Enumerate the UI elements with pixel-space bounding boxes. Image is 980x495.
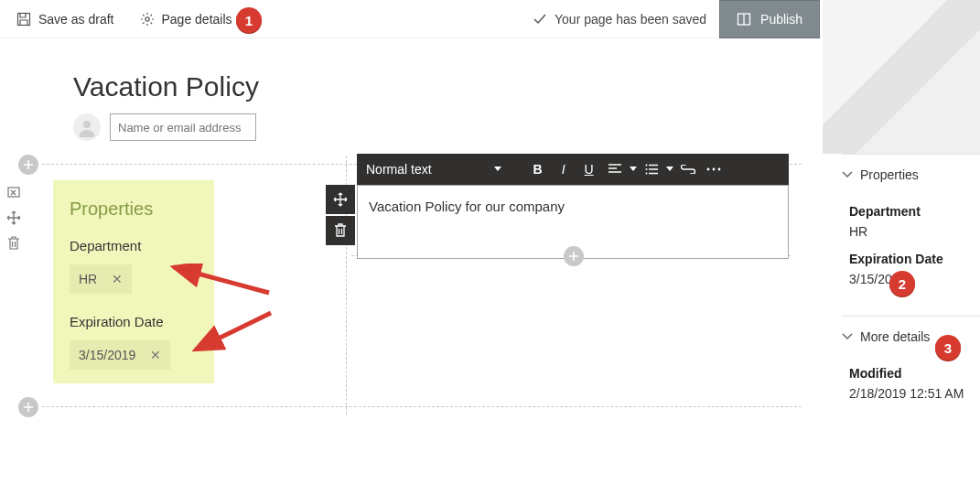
- svg-line-12: [196, 313, 271, 350]
- publish-button[interactable]: Publish: [719, 0, 820, 38]
- webpart-delete-handle[interactable]: [326, 216, 355, 245]
- page-thumbnail: [823, 0, 980, 154]
- page-details-button[interactable]: Page details: [124, 0, 242, 38]
- properties-webpart-heading: Properties: [70, 199, 198, 220]
- panel-modified-label: Modified: [849, 366, 980, 381]
- more-button[interactable]: [701, 156, 727, 182]
- add-section-button[interactable]: [18, 155, 38, 175]
- publish-label: Publish: [760, 12, 802, 27]
- department-label: Department: [70, 238, 198, 253]
- webpart-tool-rail: [0, 179, 27, 256]
- annotation-callout-3: 3: [935, 335, 961, 360]
- expiration-date-value: 3/15/2019: [79, 348, 135, 362]
- saved-status-label: Your page has been saved: [555, 12, 706, 27]
- svg-point-6: [645, 168, 647, 170]
- link-button[interactable]: [675, 156, 701, 182]
- saved-status: Your page has been saved: [533, 12, 719, 27]
- align-button[interactable]: [602, 156, 628, 182]
- panel-department-label: Department: [849, 204, 980, 219]
- annotation-callout-1: 1: [236, 7, 262, 33]
- avatar-icon: [73, 113, 101, 141]
- page-title[interactable]: Vacation Policy: [73, 71, 259, 102]
- svg-line-11: [174, 267, 269, 293]
- svg-point-9: [712, 168, 715, 171]
- properties-section-toggle[interactable]: Properties: [842, 164, 980, 191]
- chevron-down-icon: [842, 332, 853, 341]
- properties-section-title: Properties: [860, 167, 919, 182]
- rte-toolbar: Normal text B I U: [357, 154, 789, 185]
- save-as-draft-label: Save as draft: [38, 12, 114, 27]
- svg-point-4: [83, 121, 91, 128]
- svg-point-10: [717, 168, 720, 171]
- author-row: [73, 113, 256, 141]
- list-button[interactable]: [639, 156, 664, 182]
- list-caret-icon[interactable]: [664, 156, 675, 182]
- italic-button[interactable]: I: [551, 156, 576, 182]
- annotation-arrow: [170, 264, 271, 296]
- expiration-date-label: Expiration Date: [70, 314, 198, 329]
- panel-modified-value: 2/18/2019 12:51 AM: [849, 386, 980, 401]
- more-details-section-title: More details: [860, 329, 930, 344]
- save-as-draft-button[interactable]: Save as draft: [0, 0, 124, 38]
- remove-chip-icon[interactable]: ✕: [112, 272, 123, 286]
- author-input[interactable]: [110, 113, 256, 141]
- panel-department-value: HR: [849, 224, 980, 239]
- align-caret-icon[interactable]: [628, 156, 639, 182]
- page-details-label: Page details: [162, 12, 232, 27]
- annotation-callout-2: 2: [889, 271, 915, 296]
- page-canvas: Vacation Policy Properties D: [0, 38, 820, 495]
- add-webpart-button[interactable]: [564, 246, 584, 266]
- text-style-select[interactable]: Normal text: [366, 162, 511, 177]
- top-toolbar: Save as draft Page details Your page has…: [0, 0, 820, 38]
- webpart-move-handle[interactable]: [326, 185, 355, 214]
- department-value: HR: [79, 272, 97, 286]
- gear-icon: [140, 12, 155, 27]
- remove-chip-icon[interactable]: ✕: [150, 348, 161, 362]
- text-style-label: Normal text: [366, 162, 432, 177]
- save-icon: [16, 12, 31, 27]
- move-icon[interactable]: [1, 205, 27, 231]
- svg-point-1: [145, 16, 148, 20]
- panel-expiration-label: Expiration Date: [849, 252, 980, 266]
- bold-button[interactable]: B: [525, 156, 551, 182]
- department-chip[interactable]: HR ✕: [70, 264, 132, 294]
- svg-point-5: [645, 165, 647, 167]
- chevron-down-icon: [842, 170, 853, 179]
- edit-icon[interactable]: [1, 179, 27, 205]
- publish-icon: [737, 12, 751, 27]
- add-section-button[interactable]: [18, 397, 38, 417]
- expiration-date-chip[interactable]: 3/15/2019 ✕: [70, 340, 170, 370]
- text-webpart: Normal text B I U: [357, 154, 789, 259]
- svg-point-7: [645, 173, 647, 175]
- check-icon: [533, 12, 547, 27]
- annotation-arrow: [192, 309, 275, 353]
- underline-button[interactable]: U: [576, 156, 602, 182]
- delete-icon[interactable]: [1, 231, 27, 256]
- section-divider-bottom: [18, 397, 802, 417]
- svg-point-8: [706, 168, 709, 171]
